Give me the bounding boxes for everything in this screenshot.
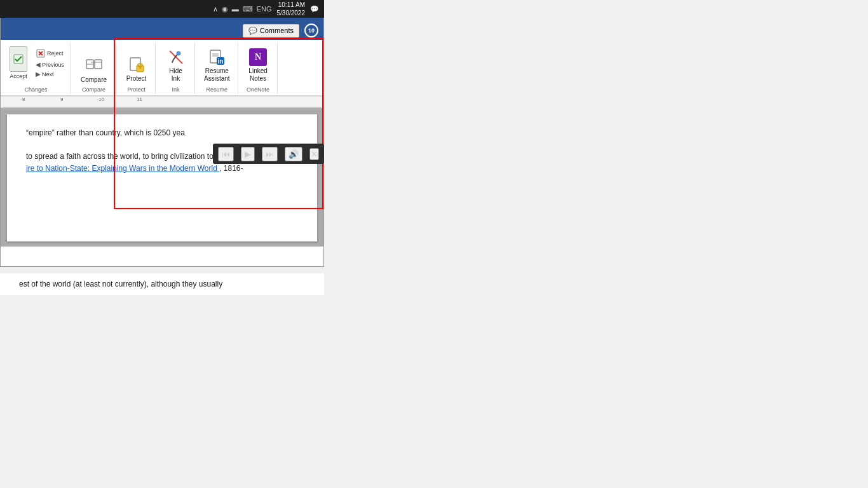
accept-label: Accept (10, 73, 27, 79)
word-window: Julie Anne 👤 ◇ ✏ − □ ✕ 💬 Comments 10 (0, 0, 324, 267)
comment-icon: 💬 (248, 27, 257, 35)
svg-text:in: in (218, 58, 224, 65)
taskbar-time: 10:11 AM 5/30/2022 (277, 1, 306, 17)
forward-button[interactable]: ⏭ (262, 147, 278, 161)
notification-badge[interactable]: 10 (304, 24, 318, 37)
playback-toolbar: ⏮ ▶ ⏭ 🔊 ✕ (213, 144, 324, 164)
reject-label: Reject (47, 50, 64, 57)
hide-ink-button[interactable]: HideInk (163, 47, 189, 84)
prev-change-button[interactable]: ◀ Previous (34, 60, 66, 69)
next-label: Next (42, 71, 54, 78)
changes-group: Accept Reject ◀ Previous (2, 43, 71, 94)
ruler-mark-11: 11 (137, 97, 142, 102)
prev-icon: ◀ (36, 61, 41, 68)
playback-close-button[interactable]: ✕ (309, 148, 319, 160)
keyboard-icon: ⌨ (243, 5, 253, 13)
doc-text-1: “empire” rather than country, which is 0… (26, 127, 298, 139)
doc-text-3-content: est of the world (at least not currently… (19, 280, 222, 288)
onenote-logo: N (249, 48, 267, 66)
ink-icon (167, 48, 185, 66)
comments-button[interactable]: 💬 Comments (243, 24, 299, 37)
prev-label: Previous (42, 62, 64, 68)
svg-point-11 (139, 67, 141, 69)
date-display: 5/30/2022 (277, 9, 306, 17)
svg-point-12 (177, 51, 180, 55)
play-button[interactable]: ▶ (241, 147, 255, 161)
small-buttons-stack: Reject ◀ Previous ▶ Next (34, 48, 66, 78)
reject-button[interactable]: Reject (34, 48, 66, 59)
linked-notes-button[interactable]: N LinkedNotes (245, 47, 271, 84)
ribbon-content: Accept Reject ◀ Previous (1, 40, 323, 96)
ink-group-label: Ink (172, 86, 180, 93)
document-area: “empire” rather than country, which is 0… (1, 108, 323, 247)
taskbar: ∧ ◉ ▬ ⌨ ENG 10:11 AM 5/30/2022 💬 (0, 0, 324, 18)
accept-icon (10, 46, 27, 72)
doc-text-3: ire to Nation-State: Explaining Wars in … (26, 163, 298, 175)
resume-group: in ResumeAssistant Resume (196, 43, 238, 94)
ink-group: HideInk Ink (157, 43, 195, 94)
compare-label: Compare (81, 76, 107, 84)
rewind-button[interactable]: ⏮ (218, 147, 234, 161)
compare-icon (85, 57, 103, 75)
ruler: 8 9 10 11 (1, 97, 323, 108)
comments-area: 💬 Comments 10 (243, 24, 318, 37)
ruler-mark-9: 9 (60, 97, 63, 102)
taskbar-icons: ∧ ◉ ▬ ⌨ ENG (213, 5, 272, 13)
protect-button[interactable]: Protect (123, 55, 151, 84)
battery-icon: ▬ (232, 5, 239, 13)
resume-assistant-button[interactable]: in ResumeAssistant (200, 47, 234, 84)
header-row: 💬 Comments 10 (1, 21, 323, 40)
comments-label: Comments (260, 27, 294, 34)
protect-icon (128, 56, 146, 74)
speaker-button[interactable]: 🔊 (285, 147, 302, 161)
lang-indicator: ENG (257, 5, 272, 13)
changes-group-label: Changes (6, 86, 66, 93)
notifications-count: 10 (308, 27, 315, 34)
doc-text-below: est of the world (at least not currently… (0, 273, 324, 295)
resume-assistant-icon: in (208, 48, 226, 66)
doc-link-suffix: , 1816- (219, 164, 243, 173)
notification-icon: 💬 (310, 5, 319, 13)
onenote-icon: N (249, 48, 267, 66)
time-display: 10:11 AM (277, 1, 306, 9)
chevron-up-icon: ∧ (213, 5, 218, 13)
onenote-group-label: OneNote (247, 86, 269, 93)
ruler-mark-8: 8 (22, 97, 25, 102)
doc-text-1-content: “empire” rather than country, which is 0… (26, 128, 185, 137)
reject-icon (36, 48, 46, 58)
svg-rect-5 (95, 60, 102, 69)
onenote-group: N LinkedNotes OneNote (240, 43, 278, 94)
accept-button[interactable]: Accept (6, 45, 31, 81)
compare-group: Compare Compare (72, 43, 116, 94)
compare-button[interactable]: Compare (77, 56, 111, 85)
compare-group-label: Compare (82, 86, 105, 93)
next-change-button[interactable]: ▶ Next (34, 70, 66, 78)
linked-notes-label: LinkedNotes (248, 67, 267, 83)
ruler-mark-10: 10 (98, 97, 104, 102)
protect-group-label: Protect (127, 86, 146, 93)
ruler-line (3, 107, 321, 107)
ribbon: Accept Reject ◀ Previous (1, 40, 323, 97)
next-icon: ▶ (36, 71, 41, 78)
ruler-marks: 8 9 10 11 (3, 97, 321, 107)
hide-ink-label: HideInk (169, 67, 182, 83)
document-page: “empire” rather than country, which is 0… (7, 114, 317, 241)
resume-assistant-label: ResumeAssistant (204, 67, 230, 83)
protect-group: Protect Protect (118, 43, 156, 94)
resume-group-label: Resume (207, 86, 228, 93)
doc-link-text: ire to Nation-State: Explaining Wars in … (26, 164, 217, 173)
doc-link[interactable]: ire to Nation-State: Explaining Wars in … (26, 164, 219, 173)
protect-label: Protect (126, 75, 147, 83)
wifi-icon: ◉ (222, 5, 228, 13)
